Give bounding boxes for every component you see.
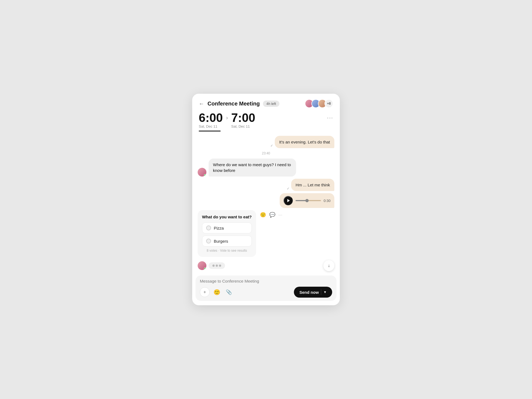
sent-bubble-2: Hm ... Let me think xyxy=(291,179,334,191)
sent-bubble-wrapper-1: ✓ It's an evening. Let's do that xyxy=(270,136,334,148)
time-end-block: 7:00 Sat, Dec 11 xyxy=(231,112,255,128)
message-row-received-1: Where do we want to meet guys? I need to… xyxy=(198,159,334,177)
timestamp-1: 23:40 xyxy=(198,151,334,155)
comment-reaction-button[interactable]: 💬 xyxy=(269,211,276,218)
add-button[interactable]: + xyxy=(200,287,210,297)
voice-bubble: 0:30 xyxy=(280,193,334,208)
play-button[interactable] xyxy=(283,196,293,205)
input-area: + 🙂 📎 Send now ▼ xyxy=(195,275,337,301)
send-button[interactable]: Send now ▼ xyxy=(294,287,332,298)
back-button[interactable]: ← xyxy=(199,101,204,107)
sent-bubble-wrapper-2: ✓ Hm ... Let me think xyxy=(287,179,334,191)
waveform-thumb xyxy=(305,199,309,202)
typing-online-indicator xyxy=(204,268,206,270)
scroll-down-icon: ↓ xyxy=(328,263,330,268)
send-label: Send now xyxy=(299,290,319,295)
avatar-count[interactable]: +8 xyxy=(325,99,333,108)
send-divider xyxy=(321,289,321,295)
typing-scroll-row: ↓ xyxy=(198,260,334,271)
emoji-icon: 🙂 xyxy=(214,289,220,295)
time-badge: 4h left xyxy=(263,101,279,107)
input-tools-left: + 🙂 📎 xyxy=(200,287,234,297)
message-input[interactable] xyxy=(200,279,332,283)
typing-indicator xyxy=(209,262,225,269)
app-card: ← Conference Meeting 4h left +8 6:00 Sat… xyxy=(192,94,340,305)
time-more-button[interactable]: ··· xyxy=(327,115,333,121)
poll-radio-pizza xyxy=(206,225,211,230)
add-icon: + xyxy=(203,290,206,295)
more-reaction-button[interactable]: ··· xyxy=(278,212,283,218)
header: ← Conference Meeting 4h left +8 6:00 Sat… xyxy=(192,94,340,131)
waveform-track[interactable] xyxy=(296,200,321,201)
typing-dot-1 xyxy=(212,265,215,267)
time-start: 6:00 xyxy=(199,112,223,124)
poll-row: What do you want to eat? Pizza Burgers 8… xyxy=(198,210,334,257)
attach-button[interactable]: 📎 xyxy=(224,287,234,297)
poll-question: What do you want to eat? xyxy=(202,215,252,219)
poll-label-pizza: Pizza xyxy=(214,226,224,230)
online-indicator xyxy=(204,174,206,176)
sent-bubble-1: It's an evening. Let's do that xyxy=(275,136,334,148)
time-arrow-icon: › xyxy=(225,115,229,121)
typing-dot-2 xyxy=(216,265,218,267)
back-icon: ← xyxy=(199,101,204,107)
typing-avatar xyxy=(198,261,206,270)
check-mark-1: ✓ xyxy=(270,144,273,148)
time-start-date: Sat, Dec 11 xyxy=(199,124,223,128)
time-end: 7:00 xyxy=(231,112,255,124)
send-chevron-icon: ▼ xyxy=(323,290,327,294)
sender-avatar-pink xyxy=(198,168,206,177)
typing-dot-3 xyxy=(219,265,221,267)
header-right: +8 xyxy=(305,99,333,108)
time-end-date: Sat, Dec 11 xyxy=(231,124,255,128)
poll-bubble: What do you want to eat? Pizza Burgers 8… xyxy=(198,210,256,257)
poll-footer: 8 votes · Vote to see results xyxy=(202,249,252,253)
emoji-reaction-button[interactable]: 🙂 xyxy=(259,211,267,218)
chat-title: Conference Meeting xyxy=(207,101,260,107)
emoji-button[interactable]: 🙂 xyxy=(212,287,222,297)
message-row-sent-2: ✓ Hm ... Let me think xyxy=(198,179,334,191)
attach-icon: 📎 xyxy=(226,289,232,295)
poll-option-pizza[interactable]: Pizza xyxy=(202,222,252,233)
scroll-down-button[interactable]: ↓ xyxy=(323,260,334,271)
poll-label-burgers: Burgers xyxy=(214,239,228,243)
avatars-group: +8 xyxy=(305,99,333,108)
time-start-block: 6:00 Sat, Dec 11 xyxy=(199,112,223,128)
chat-area: ✓ It's an evening. Let's do that 23:40 W… xyxy=(192,131,340,275)
message-row-voice: 0:30 xyxy=(198,193,334,208)
header-left: ← Conference Meeting 4h left xyxy=(199,101,279,107)
received-bubble-1: Where do we want to meet guys? I need to… xyxy=(209,159,296,177)
check-mark-2: ✓ xyxy=(287,187,290,190)
reaction-bar: 🙂 💬 ··· xyxy=(259,210,283,219)
voice-duration: 0:30 xyxy=(324,199,331,203)
time-row: 6:00 Sat, Dec 11 › 7:00 Sat, Dec 11 ··· xyxy=(199,112,333,131)
poll-radio-burgers xyxy=(206,239,211,243)
input-toolbar: + 🙂 📎 Send now ▼ xyxy=(200,287,332,298)
message-row-sent-1: ✓ It's an evening. Let's do that xyxy=(198,136,334,148)
header-top: ← Conference Meeting 4h left +8 xyxy=(199,99,333,108)
poll-option-burgers[interactable]: Burgers xyxy=(202,236,252,247)
